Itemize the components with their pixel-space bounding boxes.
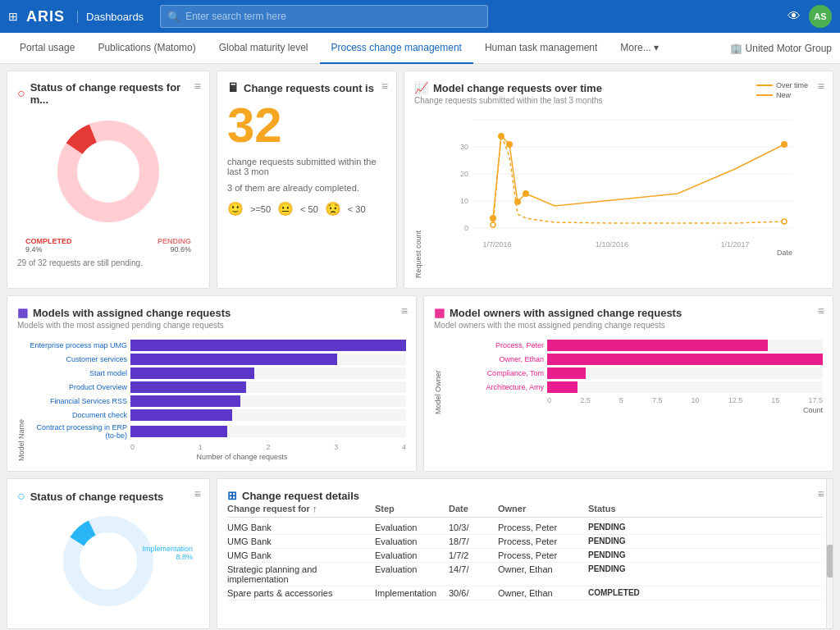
card-bar-owners-menu[interactable]: ≡ bbox=[818, 304, 824, 317]
donut-chart bbox=[51, 114, 166, 229]
card-bar-owners-subtitle: Model owners with the most assigned pend… bbox=[434, 321, 823, 330]
bar-label-r2[interactable]: Compliance, Tom bbox=[445, 369, 544, 377]
dashboard: ○ Status of change requests for m... ≡ C… bbox=[0, 64, 840, 630]
bar-row-1: Customer services bbox=[29, 354, 406, 365]
bar-fill-2 bbox=[130, 368, 254, 379]
bar-fill-0 bbox=[130, 340, 406, 351]
avatar[interactable]: AS bbox=[809, 5, 832, 28]
bar-row-r0: Process, Peter bbox=[445, 340, 823, 351]
svg-point-21 bbox=[491, 222, 495, 227]
bar-track-r2 bbox=[547, 368, 823, 379]
line-chart-svg: 0 10 20 30 1/7/2016 1/10/2016 1/1/2017 D… bbox=[426, 112, 823, 276]
count-desc: change requests submitted within the las… bbox=[227, 157, 386, 176]
bar-label-1[interactable]: Customer services bbox=[29, 355, 127, 363]
eye-icon[interactable]: 👁 bbox=[788, 9, 801, 24]
count-icon: 🖩 bbox=[227, 81, 239, 94]
bar-chart-left: Enterprise process map UMG Customer serv… bbox=[29, 340, 406, 440]
bar-label-r1[interactable]: Owner, Ethan bbox=[445, 355, 544, 363]
col-header-req[interactable]: Change request for ↑ bbox=[227, 504, 375, 514]
svg-point-17 bbox=[506, 141, 513, 148]
card-bar-models-subtitle: Models with the most assigned pending ch… bbox=[17, 321, 406, 330]
bar-track-0 bbox=[130, 340, 406, 351]
svg-text:1/1/2017: 1/1/2017 bbox=[720, 240, 749, 249]
bar-track-r0 bbox=[547, 340, 823, 351]
tab-process-change[interactable]: Process change management bbox=[320, 33, 473, 64]
tab-publications[interactable]: Publications (Matomo) bbox=[86, 33, 207, 64]
card-count-menu[interactable]: ≡ bbox=[381, 80, 388, 93]
svg-text:10: 10 bbox=[460, 197, 468, 205]
svg-text:30: 30 bbox=[460, 143, 468, 151]
bar-chart-left-area: Model Name Enterprise process map UMG Cu… bbox=[17, 336, 406, 461]
bar-track-r1 bbox=[547, 354, 823, 365]
grid-icon[interactable]: ⊞ bbox=[8, 10, 18, 23]
tab-bar: Portal usage Publications (Matomo) Globa… bbox=[0, 33, 840, 64]
svg-text:Date: Date bbox=[777, 249, 792, 257]
bar-label-6[interactable]: Contract processing in ERP (to-be) bbox=[29, 423, 127, 440]
svg-point-19 bbox=[523, 190, 529, 197]
bar-fill-r3 bbox=[547, 381, 578, 393]
donut2-icon: ○ bbox=[17, 489, 25, 504]
svg-text:1/7/2016: 1/7/2016 bbox=[482, 240, 511, 249]
smiley-row: 🙂 >=50 😐 < 50 😟 < 30 bbox=[227, 201, 386, 217]
search-icon: 🔍 bbox=[167, 11, 180, 23]
smiley-happy: 🙂 bbox=[227, 201, 244, 217]
bar-label-r0[interactable]: Process, Peter bbox=[445, 341, 544, 349]
app-title: Dashboards bbox=[77, 11, 144, 23]
col-header-owner: Owner bbox=[498, 504, 588, 514]
bar-row-5: Document check bbox=[29, 409, 406, 421]
bar-label-3[interactable]: Product Overview bbox=[29, 383, 127, 391]
bar-track-r3 bbox=[547, 381, 823, 393]
bar-label-r3[interactable]: Architecture, Amy bbox=[445, 383, 544, 391]
row-1: ○ Status of change requests for m... ≡ C… bbox=[7, 71, 833, 289]
tab-human-task[interactable]: Human task management bbox=[473, 33, 609, 64]
card-bar-models: ▦ Models with assigned change requests M… bbox=[7, 295, 417, 472]
svg-text:0: 0 bbox=[464, 224, 468, 232]
card-table-menu[interactable]: ≡ bbox=[818, 487, 824, 500]
bar-track-6 bbox=[130, 426, 406, 437]
bar-fill-3 bbox=[130, 381, 246, 393]
tab-more[interactable]: More... ▾ bbox=[609, 33, 669, 64]
scrollbar-thumb[interactable] bbox=[827, 545, 833, 578]
table-scrollbar[interactable] bbox=[826, 479, 833, 628]
smiley-neutral: 😐 bbox=[277, 201, 294, 217]
table-row: UMG Bank Evaluation 1/7/2 Process, Peter… bbox=[227, 549, 823, 563]
svg-point-20 bbox=[781, 141, 788, 148]
table-row: Spare parts & accessories Implementation… bbox=[227, 587, 823, 600]
line-chart-area: Request count 0 10 20 30 bbox=[414, 112, 823, 278]
table-row: Strategic planning and implementation Ev… bbox=[227, 563, 823, 587]
bar-label-5[interactable]: Document check bbox=[29, 411, 127, 419]
bar-right-x-label: Count bbox=[445, 406, 823, 414]
tab-portal-usage[interactable]: Portal usage bbox=[8, 33, 86, 64]
bar-row-6: Contract processing in ERP (to-be) bbox=[29, 423, 406, 440]
chevron-down-icon: ▾ bbox=[654, 42, 659, 53]
bar-label-2[interactable]: Start model bbox=[29, 369, 127, 377]
bar-row-3: Product Overview bbox=[29, 381, 406, 393]
col-header-status: Status bbox=[588, 504, 662, 514]
svg-text:20: 20 bbox=[460, 170, 468, 178]
card-menu-icon[interactable]: ≡ bbox=[194, 80, 201, 93]
search-bar[interactable]: 🔍 bbox=[160, 5, 488, 28]
aris-logo: ARIS bbox=[26, 8, 65, 25]
tab-global-maturity[interactable]: Global maturity level bbox=[208, 33, 320, 64]
top-bar-icons: 👁 AS bbox=[788, 5, 832, 28]
big-number: 32 bbox=[227, 101, 386, 150]
card-status2-title: ○ Status of change requests bbox=[17, 489, 199, 504]
table-row: UMG Bank Evaluation 10/3/ Process, Peter… bbox=[227, 521, 823, 535]
row-3: ○ Status of change requests ≡ Implementa… bbox=[7, 478, 833, 629]
svg-point-22 bbox=[782, 219, 787, 224]
card-table: ⊞ Change request details ≡ Change reques… bbox=[217, 478, 833, 629]
card-status-title: ○ Status of change requests for m... bbox=[17, 81, 199, 106]
bar-fill-4 bbox=[130, 395, 240, 407]
donut-legend: COMPLETED 9.4% PENDING 90.6% bbox=[17, 237, 199, 253]
card-status-footer: 29 of 32 requests are still pending. bbox=[17, 258, 199, 267]
search-input[interactable] bbox=[185, 11, 481, 22]
col-header-date: Date bbox=[449, 504, 498, 514]
card-line-menu[interactable]: ≡ bbox=[818, 80, 824, 93]
bar-fill-r2 bbox=[547, 368, 586, 379]
card-bar-models-menu[interactable]: ≡ bbox=[401, 304, 408, 317]
bar-label-0[interactable]: Enterprise process map UMG bbox=[29, 341, 127, 349]
bar-track-1 bbox=[130, 354, 406, 365]
card-status2-menu[interactable]: ≡ bbox=[194, 487, 201, 500]
bar-label-4[interactable]: Financial Services RSS bbox=[29, 397, 127, 405]
donut2-label: Implementation 8.8% bbox=[142, 545, 193, 561]
